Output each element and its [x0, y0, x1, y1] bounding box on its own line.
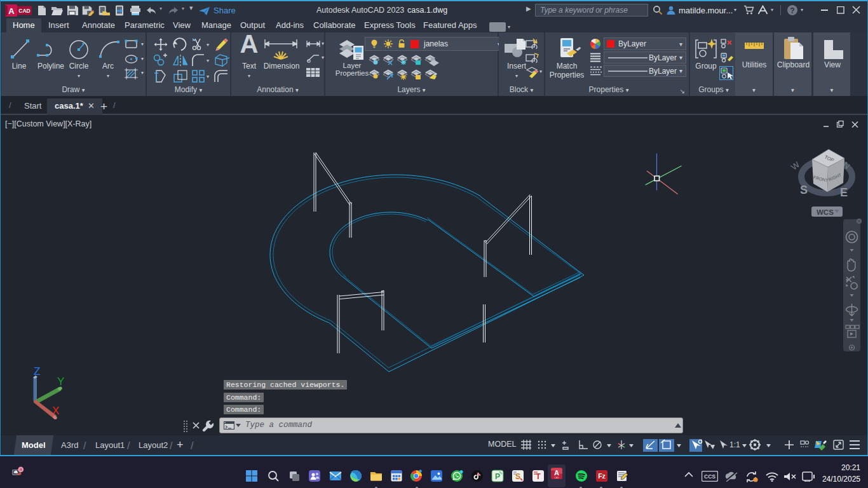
svg-text:Y: Y [57, 376, 64, 388]
svg-text:1:1: 1:1 [729, 440, 740, 449]
svg-text:WCS: WCS [817, 208, 834, 216]
svg-text:S: S [515, 472, 520, 481]
svg-text:E: E [840, 186, 848, 199]
svg-text:P: P [495, 472, 500, 481]
svg-text:CAD: CAD [18, 8, 30, 14]
svg-text:A: A [554, 469, 559, 477]
svg-text:Fz: Fz [598, 472, 606, 480]
svg-text:A: A [8, 6, 15, 16]
svg-text:CAD: CAD [554, 477, 559, 479]
svg-text:Z: Z [34, 365, 40, 377]
svg-text:S: S [800, 184, 808, 196]
svg-text:CCS: CCS [704, 473, 715, 480]
svg-text:T: T [536, 472, 541, 481]
svg-text:?: ? [790, 6, 794, 15]
